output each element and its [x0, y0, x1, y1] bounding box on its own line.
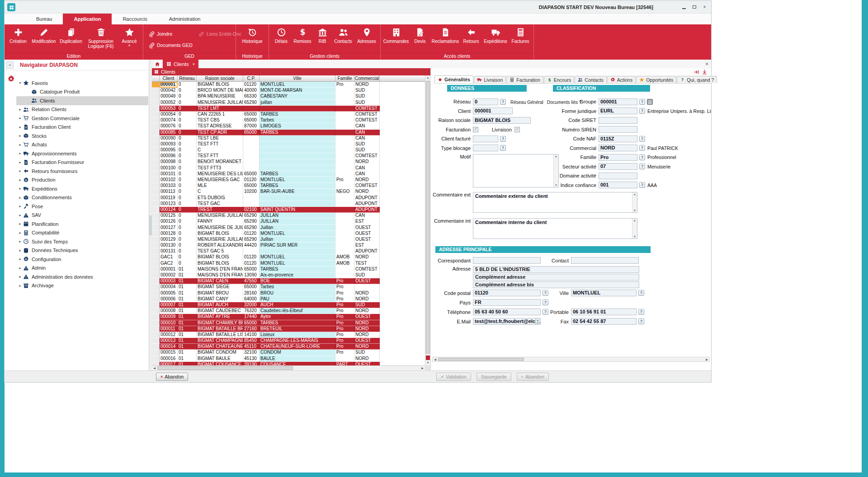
- type-blocage-input[interactable]: [473, 145, 498, 151]
- table-row[interactable]: 00000901BIGMAT AYTRE17440AytreProOUEST: [152, 314, 425, 320]
- table-row[interactable]: 00001401BIGMAT CHATEAUNEUF45110CHATEAUNE…: [152, 344, 425, 350]
- row-selector[interactable]: [152, 159, 160, 165]
- sidebar-item-planification[interactable]: ▸Planification: [16, 220, 148, 229]
- sidebar-item-conditionnements[interactable]: ▸Conditionnements: [16, 193, 148, 202]
- row-selector[interactable]: [152, 290, 160, 296]
- row-selector[interactable]: [152, 308, 160, 314]
- domaine-activite-input[interactable]: [599, 173, 637, 179]
- sidebar-item-catalogue-produit[interactable]: Catalogue Produit: [16, 88, 148, 97]
- row-selector[interactable]: [152, 219, 160, 224]
- row-selector[interactable]: [152, 117, 160, 123]
- sidebar-item-suivi-des-temps[interactable]: ▸Suivi des Temps: [16, 237, 148, 246]
- row-selector[interactable]: [152, 248, 160, 254]
- table-row[interactable]: 00000801BIGMAT CAUDEBEC76320Caudebec-lès…: [152, 308, 425, 314]
- grid-vertical-scrollbar[interactable]: ▲ ▼: [425, 75, 430, 365]
- row-selector[interactable]: [152, 225, 160, 231]
- groupe-menu-button[interactable]: [647, 99, 653, 105]
- table-row[interactable]: 0001010MENUISERIE DES LILAS65000TARBESCA…: [152, 171, 425, 177]
- row-selector[interactable]: [152, 130, 160, 136]
- sidebar-item-approvisionnements[interactable]: ▸Approvisionnements: [16, 149, 148, 158]
- portable-help-button[interactable]: ?: [638, 309, 644, 315]
- tab-facturation[interactable]: Facturation: [506, 76, 543, 83]
- grid-horizontal-scrollbar[interactable]: ◀ ▶: [152, 365, 425, 370]
- row-selector[interactable]: [152, 165, 160, 171]
- row-selector[interactable]: [152, 195, 160, 201]
- row-selector[interactable]: [152, 243, 160, 248]
- settings-gear-icon[interactable]: [7, 75, 15, 83]
- row-selector[interactable]: [152, 332, 160, 338]
- scroll-right-icon[interactable]: ▶: [420, 366, 425, 370]
- secteur-activite-input[interactable]: 07: [599, 163, 637, 170]
- spinner-icon[interactable]: ▲▼: [535, 318, 540, 324]
- restore-button[interactable]: [690, 4, 698, 10]
- ribbon-button-contacts[interactable]: Contacts: [331, 28, 355, 44]
- row-selector[interactable]: [152, 254, 160, 260]
- row-selector[interactable]: [152, 326, 160, 332]
- row-selector[interactable]: [152, 338, 160, 344]
- row-selector[interactable]: [152, 350, 160, 355]
- ribbon-button-reclamations[interactable]: Reclamations: [430, 28, 460, 44]
- ribbon-button-suppression-logique-f6[interactable]: Suppression Logique (F6): [84, 28, 118, 49]
- adresse-line2-input[interactable]: Complément adresse: [473, 274, 639, 281]
- close-tab-icon[interactable]: ×: [193, 62, 195, 66]
- menu-tab-raccourcis[interactable]: Raccourcis: [112, 14, 158, 24]
- table-row[interactable]: 0001130C10200BAR-SUR-AUBENEGONORD: [152, 189, 425, 195]
- table-row[interactable]: 00001601BIGMAT BAULE45130BAULENORD: [152, 356, 425, 362]
- type-blocage-help-button[interactable]: ?: [500, 145, 506, 151]
- row-selector[interactable]: [152, 362, 160, 365]
- row-selector[interactable]: [152, 153, 160, 159]
- row-selector[interactable]: [152, 112, 160, 117]
- table-row[interactable]: 0001310TEST GAC 5ADUPONT: [152, 248, 425, 254]
- row-selector[interactable]: [152, 213, 160, 219]
- sidebar-item-comptabilite[interactable]: ▸Comptabilité: [16, 229, 148, 238]
- email-input[interactable]: test@test.fr,fhoubert@elcia.co▲▼: [473, 318, 541, 325]
- row-selector[interactable]: [152, 302, 160, 308]
- sidebar-item-stocks[interactable]: ▸Stocks: [16, 131, 148, 140]
- ribbon-button-joindre[interactable]: Joindre: [149, 30, 195, 37]
- table-row[interactable]: 0001270MENUISERIE DE JUILLAN65290Juillan…: [152, 225, 425, 231]
- table-row[interactable]: 0001030MLE65000TARBESCOMTEST: [152, 183, 425, 189]
- table-row[interactable]: 0000900TEST LBECAN: [152, 136, 425, 141]
- table-row[interactable]: 0001240TREST02100SAINT QUENTINADUPONT: [152, 207, 425, 213]
- ribbon-button-rib[interactable]: RIB: [313, 28, 331, 44]
- sidebar-item-favoris[interactable]: ▾Favoris: [16, 79, 148, 88]
- facturation-checkbox[interactable]: [473, 127, 478, 132]
- grid-col-c-p[interactable]: C.P.: [243, 75, 259, 81]
- raison-sociale-input[interactable]: BIGMAT BLOIS: [473, 117, 531, 124]
- sidebar-item-relation-clients[interactable]: ▸Relation Clients: [16, 105, 148, 114]
- code-siret-input[interactable]: [599, 117, 637, 124]
- sauvegarde-button[interactable]: Sauvegarde: [476, 373, 511, 381]
- famille-help-button[interactable]: ?: [639, 154, 645, 160]
- grid-col-famille[interactable]: Famille: [335, 75, 354, 81]
- row-selector[interactable]: [152, 106, 160, 112]
- ribbon-button-remises[interactable]: Remises: [292, 28, 313, 44]
- ribbon-button-duplication[interactable]: Duplication: [58, 28, 84, 44]
- table-row[interactable]: 0000010BIGMAT BLOIS01120MONTLUELProNORD: [152, 82, 425, 88]
- sidebar-item-production[interactable]: ▸Production: [16, 176, 148, 185]
- table-row[interactable]: 00001201BIGMAT BATAILLE LISIEU14100Lisie…: [152, 332, 425, 338]
- fax-help-button[interactable]: ?: [638, 318, 644, 324]
- table-row[interactable]: 00001001BIGMAT CHAMBLY BROC65000TARBESPr…: [152, 320, 425, 326]
- table-row[interactable]: 00001701BIGMAT COUSANCE39190COUSANCEPART…: [152, 362, 425, 365]
- row-selector[interactable]: [152, 261, 160, 267]
- tab-opportunites[interactable]: Opportunités: [636, 76, 676, 83]
- commentaire-int-textarea[interactable]: Commentaire interne du client ▲▼: [473, 218, 637, 239]
- table-row[interactable]: 00000101MAISONS D'EN FRANCE65000TARBESCO…: [152, 267, 425, 272]
- row-selector[interactable]: [152, 189, 160, 195]
- sidebar-item-facturation-client[interactable]: ▸Facturation Client: [16, 123, 148, 132]
- grid-col-client[interactable]: Client: [160, 75, 178, 81]
- tab-livraison[interactable]: Livraison: [474, 76, 506, 83]
- secteur-activite-help-button[interactable]: ?: [639, 164, 645, 169]
- commercial-help-button[interactable]: ?: [639, 145, 645, 151]
- table-row[interactable]: 0001000TEST FTT3CAN: [152, 165, 425, 171]
- table-row[interactable]: 0000540CAN 22265 165000TARBESCOMTEST: [152, 112, 425, 117]
- ribbon-button-adresses[interactable]: Adresses: [355, 28, 378, 44]
- tab-encours[interactable]: Encours: [544, 76, 575, 83]
- table-row[interactable]: 00001301BIGMAT CHAMPAGNE-LE85450CHAMPAGN…: [152, 338, 425, 344]
- ville-help-button[interactable]: ?: [638, 290, 644, 296]
- table-row[interactable]: 0001250MENUISERIE JUILLANAIS65290JUILLAN…: [152, 213, 425, 219]
- panel-horizontal-scrollbar[interactable]: ◀ ▶: [432, 357, 710, 362]
- row-selector[interactable]: [152, 314, 160, 320]
- pays-input[interactable]: FR: [473, 299, 541, 306]
- client-facture-help-button[interactable]: ?: [500, 136, 506, 142]
